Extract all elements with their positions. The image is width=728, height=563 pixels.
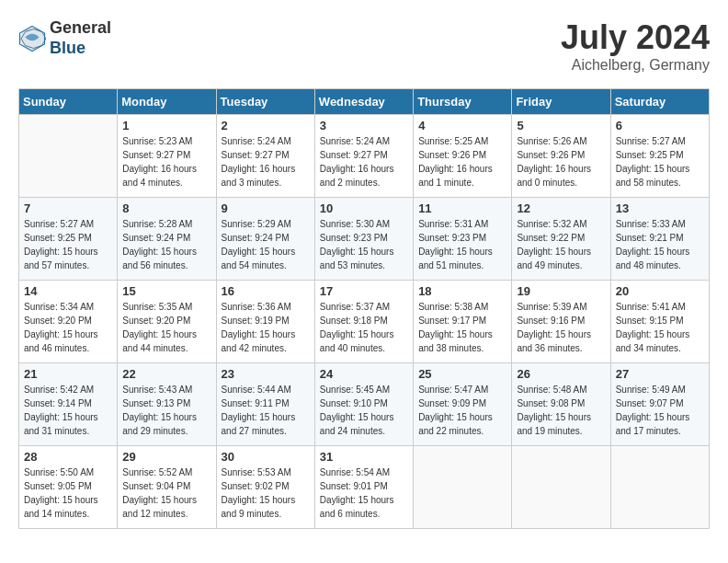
- day-info: Sunrise: 5:23 AMSunset: 9:27 PMDaylight:…: [122, 134, 210, 190]
- calendar-cell: 1Sunrise: 5:23 AMSunset: 9:27 PMDaylight…: [118, 115, 216, 198]
- day-info: Sunrise: 5:53 AMSunset: 9:02 PMDaylight:…: [222, 465, 310, 521]
- calendar-cell: 19Sunrise: 5:39 AMSunset: 9:16 PMDayligh…: [512, 281, 610, 363]
- weekday-header-friday: Friday: [512, 89, 610, 115]
- day-number: 5: [517, 119, 605, 132]
- day-number: 13: [616, 201, 704, 215]
- day-info: Sunrise: 5:50 AMSunset: 9:05 PMDaylight:…: [24, 465, 112, 521]
- calendar-cell: 9Sunrise: 5:29 AMSunset: 9:24 PMDaylight…: [216, 198, 314, 281]
- day-number: 10: [320, 201, 408, 215]
- calendar-cell: [19, 115, 118, 198]
- calendar-cell: 20Sunrise: 5:41 AMSunset: 9:15 PMDayligh…: [610, 281, 709, 363]
- day-number: 15: [122, 284, 210, 298]
- day-number: 6: [616, 119, 704, 132]
- day-info: Sunrise: 5:33 AMSunset: 9:21 PMDaylight:…: [616, 217, 704, 272]
- calendar-cell: 25Sunrise: 5:47 AMSunset: 9:09 PMDayligh…: [414, 363, 512, 446]
- day-info: Sunrise: 5:24 AMSunset: 9:27 PMDaylight:…: [222, 134, 310, 190]
- day-number: 7: [24, 201, 112, 215]
- day-info: Sunrise: 5:45 AMSunset: 9:10 PMDaylight:…: [320, 383, 408, 438]
- logo-general: General: [50, 18, 111, 39]
- day-number: 18: [418, 284, 506, 298]
- calendar-cell: 16Sunrise: 5:36 AMSunset: 9:19 PMDayligh…: [216, 281, 314, 363]
- weekday-header-wednesday: Wednesday: [314, 89, 413, 115]
- calendar-cell: 14Sunrise: 5:34 AMSunset: 9:20 PMDayligh…: [19, 281, 118, 363]
- day-info: Sunrise: 5:27 AMSunset: 9:25 PMDaylight:…: [616, 134, 704, 190]
- day-info: Sunrise: 5:44 AMSunset: 9:11 PMDaylight:…: [222, 383, 310, 438]
- day-number: 21: [24, 367, 112, 381]
- calendar-cell: 31Sunrise: 5:54 AMSunset: 9:01 PMDayligh…: [314, 446, 413, 529]
- day-info: Sunrise: 5:43 AMSunset: 9:13 PMDaylight:…: [122, 383, 210, 438]
- day-info: Sunrise: 5:30 AMSunset: 9:23 PMDaylight:…: [320, 217, 408, 272]
- calendar-week-4: 21Sunrise: 5:42 AMSunset: 9:14 PMDayligh…: [19, 363, 710, 446]
- calendar-cell: 24Sunrise: 5:45 AMSunset: 9:10 PMDayligh…: [314, 363, 413, 446]
- header-row: SundayMondayTuesdayWednesdayThursdayFrid…: [19, 89, 710, 115]
- day-number: 22: [122, 367, 210, 381]
- day-info: Sunrise: 5:54 AMSunset: 9:01 PMDaylight:…: [320, 465, 408, 521]
- weekday-header-monday: Monday: [118, 89, 216, 115]
- calendar-cell: 27Sunrise: 5:49 AMSunset: 9:07 PMDayligh…: [610, 363, 709, 446]
- day-number: 19: [517, 284, 605, 298]
- month-title: July 2024: [561, 18, 710, 57]
- calendar-cell: [610, 446, 709, 529]
- day-info: Sunrise: 5:49 AMSunset: 9:07 PMDaylight:…: [616, 383, 704, 438]
- day-number: 1: [122, 119, 210, 132]
- day-number: 2: [222, 119, 310, 132]
- day-number: 8: [122, 201, 210, 215]
- calendar-cell: 21Sunrise: 5:42 AMSunset: 9:14 PMDayligh…: [19, 363, 118, 446]
- weekday-header-tuesday: Tuesday: [216, 89, 314, 115]
- day-number: 30: [222, 450, 310, 464]
- day-number: 28: [24, 450, 112, 464]
- calendar-cell: 8Sunrise: 5:28 AMSunset: 9:24 PMDaylight…: [118, 198, 216, 281]
- calendar-cell: 29Sunrise: 5:52 AMSunset: 9:04 PMDayligh…: [118, 446, 216, 529]
- calendar-cell: 5Sunrise: 5:26 AMSunset: 9:26 PMDaylight…: [512, 115, 610, 198]
- calendar-table: SundayMondayTuesdayWednesdayThursdayFrid…: [18, 88, 710, 529]
- day-info: Sunrise: 5:35 AMSunset: 9:20 PMDaylight:…: [122, 300, 210, 355]
- day-number: 31: [320, 450, 408, 464]
- day-info: Sunrise: 5:34 AMSunset: 9:20 PMDaylight:…: [24, 300, 112, 355]
- weekday-header-saturday: Saturday: [610, 89, 709, 115]
- day-info: Sunrise: 5:36 AMSunset: 9:19 PMDaylight:…: [222, 300, 310, 355]
- calendar-cell: 17Sunrise: 5:37 AMSunset: 9:18 PMDayligh…: [314, 281, 413, 363]
- calendar-cell: 30Sunrise: 5:53 AMSunset: 9:02 PMDayligh…: [216, 446, 314, 529]
- day-info: Sunrise: 5:27 AMSunset: 9:25 PMDaylight:…: [24, 217, 112, 272]
- day-info: Sunrise: 5:42 AMSunset: 9:14 PMDaylight:…: [24, 383, 112, 438]
- day-info: Sunrise: 5:32 AMSunset: 9:22 PMDaylight:…: [517, 217, 605, 272]
- calendar-cell: 2Sunrise: 5:24 AMSunset: 9:27 PMDaylight…: [216, 115, 314, 198]
- calendar-cell: 12Sunrise: 5:32 AMSunset: 9:22 PMDayligh…: [512, 198, 610, 281]
- weekday-header-thursday: Thursday: [414, 89, 512, 115]
- day-info: Sunrise: 5:31 AMSunset: 9:23 PMDaylight:…: [418, 217, 506, 272]
- day-info: Sunrise: 5:39 AMSunset: 9:16 PMDaylight:…: [517, 300, 605, 355]
- day-number: 16: [222, 284, 310, 298]
- day-info: Sunrise: 5:37 AMSunset: 9:18 PMDaylight:…: [320, 300, 408, 355]
- calendar-cell: 11Sunrise: 5:31 AMSunset: 9:23 PMDayligh…: [414, 198, 512, 281]
- calendar-week-3: 14Sunrise: 5:34 AMSunset: 9:20 PMDayligh…: [19, 281, 710, 363]
- day-info: Sunrise: 5:52 AMSunset: 9:04 PMDaylight:…: [122, 465, 210, 521]
- day-info: Sunrise: 5:25 AMSunset: 9:26 PMDaylight:…: [418, 134, 506, 190]
- day-number: 25: [418, 367, 506, 381]
- calendar-cell: 10Sunrise: 5:30 AMSunset: 9:23 PMDayligh…: [314, 198, 413, 281]
- day-number: 20: [616, 284, 704, 298]
- calendar-cell: 7Sunrise: 5:27 AMSunset: 9:25 PMDaylight…: [19, 198, 118, 281]
- day-number: 29: [122, 450, 210, 464]
- calendar-cell: 3Sunrise: 5:24 AMSunset: 9:27 PMDaylight…: [314, 115, 413, 198]
- logo: General Blue: [18, 18, 111, 58]
- day-number: 4: [418, 119, 506, 132]
- day-number: 24: [320, 367, 408, 381]
- day-number: 9: [222, 201, 310, 215]
- calendar-cell: 22Sunrise: 5:43 AMSunset: 9:13 PMDayligh…: [118, 363, 216, 446]
- calendar-cell: [414, 446, 512, 529]
- day-info: Sunrise: 5:24 AMSunset: 9:27 PMDaylight:…: [320, 134, 408, 190]
- calendar-week-2: 7Sunrise: 5:27 AMSunset: 9:25 PMDaylight…: [19, 198, 710, 281]
- day-info: Sunrise: 5:48 AMSunset: 9:08 PMDaylight:…: [517, 383, 605, 438]
- day-info: Sunrise: 5:41 AMSunset: 9:15 PMDaylight:…: [616, 300, 704, 355]
- calendar-cell: [512, 446, 610, 529]
- day-number: 23: [222, 367, 310, 381]
- calendar-cell: 28Sunrise: 5:50 AMSunset: 9:05 PMDayligh…: [19, 446, 118, 529]
- day-info: Sunrise: 5:47 AMSunset: 9:09 PMDaylight:…: [418, 383, 506, 438]
- day-info: Sunrise: 5:38 AMSunset: 9:17 PMDaylight:…: [418, 300, 506, 355]
- calendar-cell: 6Sunrise: 5:27 AMSunset: 9:25 PMDaylight…: [610, 115, 709, 198]
- calendar-cell: 26Sunrise: 5:48 AMSunset: 9:08 PMDayligh…: [512, 363, 610, 446]
- page-header: General Blue July 2024 Aichelberg, Germa…: [18, 18, 710, 74]
- day-info: Sunrise: 5:29 AMSunset: 9:24 PMDaylight:…: [222, 217, 310, 272]
- logo-blue: Blue: [50, 39, 111, 59]
- day-info: Sunrise: 5:28 AMSunset: 9:24 PMDaylight:…: [122, 217, 210, 272]
